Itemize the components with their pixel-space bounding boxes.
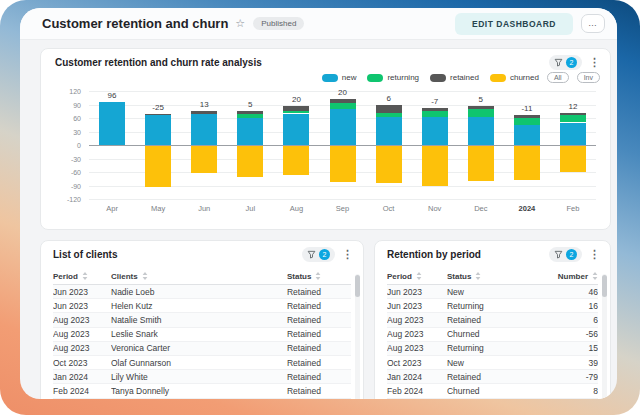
table-cell: Oct 2023	[387, 358, 447, 368]
bar-segment-churned[interactable]	[237, 145, 263, 177]
bar-total-label: 12	[550, 102, 596, 111]
chart-card: Customer retention and churn rate analys…	[40, 48, 611, 230]
table-row[interactable]: Aug 2023Retained6	[387, 313, 598, 327]
bar-segment-new[interactable]	[560, 123, 586, 146]
bar-segment-churned[interactable]	[376, 145, 402, 183]
table-row[interactable]: Oct 2023New39	[387, 356, 598, 370]
bar-segment-churned[interactable]	[283, 145, 309, 175]
x-tick-label: Jun	[181, 204, 227, 213]
x-tick-label: Sep	[319, 204, 365, 213]
bar-segment-retained[interactable]	[330, 99, 356, 103]
chart-menu-button[interactable]: ⋮	[589, 57, 600, 68]
legend-all-button[interactable]: All	[547, 72, 569, 83]
table-row[interactable]: Jan 2024Lily WhiteRetained	[53, 370, 351, 384]
table-scrollbar[interactable]	[355, 274, 360, 399]
column-header[interactable]: Number	[548, 272, 598, 281]
bar-segment-new[interactable]	[422, 117, 448, 145]
edit-dashboard-button[interactable]: EDIT DASHBOARD	[455, 13, 573, 35]
bar-segment-churned[interactable]	[514, 145, 540, 180]
bar-segment-returning[interactable]	[468, 109, 494, 118]
table-cell: 6	[548, 315, 598, 325]
bar-total-label: 13	[181, 100, 227, 109]
bar-segment-churned[interactable]	[191, 145, 217, 173]
legend-label: retained	[450, 73, 479, 82]
legend-item-returning[interactable]: returning	[367, 73, 419, 82]
bar-segment-retained[interactable]	[191, 111, 217, 114]
legend-item-new[interactable]: new	[322, 73, 357, 82]
more-options-button[interactable]: …	[581, 14, 605, 33]
table-menu-button[interactable]: ⋮	[342, 249, 353, 260]
bar-segment-returning[interactable]	[514, 118, 540, 125]
bar-segment-new[interactable]	[99, 102, 125, 145]
table-row[interactable]: May 2023Max Stokes (5% discount)Retained	[53, 399, 351, 400]
column-header-label: Status	[447, 272, 471, 281]
column-header-label: Period	[387, 272, 412, 281]
bar-segment-returning[interactable]	[560, 115, 586, 123]
bar-segment-retained[interactable]	[560, 113, 586, 115]
table-filter-button[interactable]: 2	[549, 247, 582, 262]
bar-segment-new[interactable]	[283, 114, 309, 146]
x-tick-label: Nov	[412, 204, 458, 213]
legend-item-churned[interactable]: churned	[490, 73, 539, 82]
table-row[interactable]: Aug 2023Returning15	[387, 342, 598, 356]
table-row[interactable]: Jun 2023Nadie LoebRetained	[53, 285, 351, 299]
bar-segment-new[interactable]	[376, 117, 402, 145]
bar-segment-new[interactable]	[330, 109, 356, 145]
legend-inv-button[interactable]: Inv	[577, 72, 600, 83]
scrollbar-thumb[interactable]	[355, 275, 360, 297]
y-tick-label: -120	[67, 196, 81, 203]
table-menu-button[interactable]: ⋮	[589, 249, 600, 260]
column-header[interactable]: Period	[53, 272, 111, 281]
bar-segment-retained[interactable]	[376, 105, 402, 113]
bar-segment-retained[interactable]	[145, 114, 171, 115]
chart-filter-button[interactable]: 2	[549, 55, 582, 70]
table-cell: Jun 2023	[53, 287, 111, 297]
bar-segment-new[interactable]	[191, 114, 217, 145]
table-cell: Jun 2023	[387, 287, 447, 297]
table-row[interactable]: Feb 2024Tanya DonnellyRetained	[53, 384, 351, 398]
scrollbar-thumb[interactable]	[602, 275, 607, 297]
column-header[interactable]: Status	[447, 272, 548, 281]
table-row[interactable]: Jun 2023Helen KutzRetained	[53, 299, 351, 313]
table-row[interactable]: Aug 2023Leslie SnarkRetained	[53, 328, 351, 342]
bar-segment-new[interactable]	[145, 115, 171, 145]
bar-segment-returning[interactable]	[283, 111, 309, 114]
star-icon[interactable]: ☆	[235, 18, 245, 29]
table-row[interactable]: Oct 2023Olaf GunnarsonRetained	[53, 356, 351, 370]
bar-segment-churned[interactable]	[422, 145, 448, 186]
zero-line	[89, 145, 596, 146]
table-scrollbar[interactable]	[602, 274, 607, 399]
bar-segment-churned[interactable]	[560, 145, 586, 172]
bar-segment-retained[interactable]	[514, 115, 540, 118]
table-row[interactable]: Aug 2023Churned-56	[387, 328, 598, 342]
bar-segment-retained[interactable]	[283, 106, 309, 111]
column-header[interactable]: Clients	[111, 272, 287, 281]
bar-segment-retained[interactable]	[468, 106, 494, 108]
bar-segment-returning[interactable]	[422, 111, 448, 117]
table-row[interactable]: May 2023New-76	[387, 399, 598, 400]
table-row[interactable]: Feb 2024Churned8	[387, 384, 598, 398]
bar-segment-retained[interactable]	[422, 108, 448, 111]
bar-segment-churned[interactable]	[330, 145, 356, 182]
bar-segment-churned[interactable]	[145, 145, 171, 187]
bar-segment-new[interactable]	[468, 117, 494, 145]
bar-segment-retained[interactable]	[237, 111, 263, 113]
table-cell: Retained	[287, 343, 351, 353]
bar-segment-new[interactable]	[514, 125, 540, 145]
bar-segment-returning[interactable]	[330, 103, 356, 110]
table-filter-button[interactable]: 2	[302, 247, 335, 262]
table-row[interactable]: Jun 2023Returning16	[387, 299, 598, 313]
table-row[interactable]: Jan 2024Retained-79	[387, 370, 598, 384]
table-row[interactable]: Aug 2023Veronica CarterRetained	[53, 342, 351, 356]
column-header[interactable]: Period	[387, 272, 447, 281]
legend-item-retained[interactable]: retained	[430, 73, 479, 82]
table-row[interactable]: Aug 2023Natalie SmithRetained	[53, 313, 351, 327]
column-header[interactable]: Status	[287, 272, 351, 281]
bar-segment-churned[interactable]	[468, 145, 494, 181]
status-badge: Published	[253, 17, 304, 30]
bar-segment-returning[interactable]	[237, 114, 263, 118]
table-cell: -79	[548, 372, 598, 382]
table-row[interactable]: Jun 2023New46	[387, 285, 598, 299]
bar-segment-new[interactable]	[237, 118, 263, 145]
bar-segment-returning[interactable]	[376, 113, 402, 118]
